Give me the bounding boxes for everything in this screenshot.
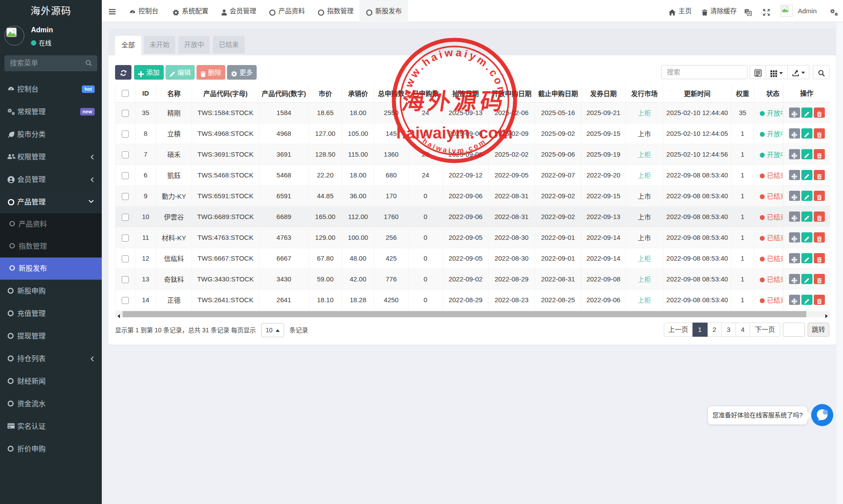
svg-text:海外源码: 海外源码 [400,89,508,114]
svg-text:haiwaiym. com: haiwaiym. com [396,124,512,142]
svg-text:A: A [748,11,751,15]
